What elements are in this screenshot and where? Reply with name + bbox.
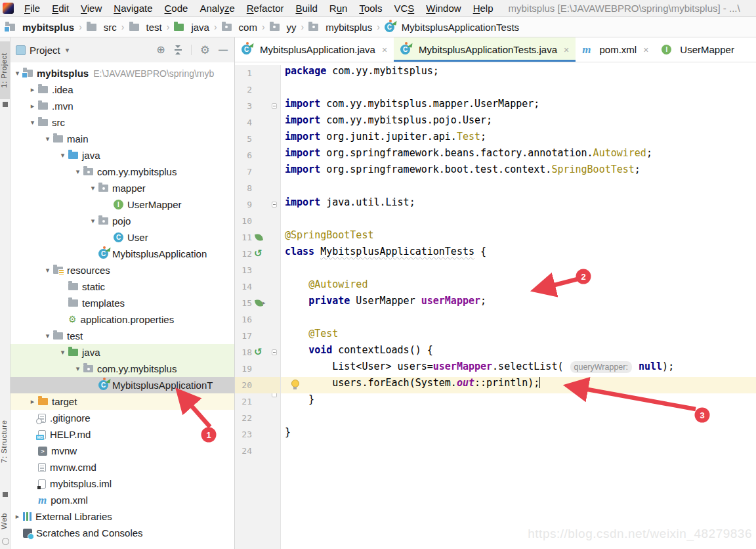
menu-tools[interactable]: Tools xyxy=(353,0,388,17)
tab-usermapper[interactable]: IUserMapper xyxy=(655,37,741,62)
hide-panel-button[interactable]: — xyxy=(219,45,228,55)
code-line-11[interactable]: 11@SpringBootTest xyxy=(235,229,756,246)
close-tab-icon[interactable]: × xyxy=(564,45,569,55)
tree-item-mybitsplus-iml[interactable]: mybitsplus.iml xyxy=(10,475,234,492)
spring-bean-icon[interactable]: ↺ xyxy=(254,344,262,361)
tree-item-mvnw[interactable]: >mvnw xyxy=(10,443,234,459)
tree-item-test[interactable]: ▾test xyxy=(10,328,234,344)
code-line-6[interactable]: 6import org.springframework.beans.factor… xyxy=(235,147,756,164)
tree-item-src[interactable]: ▾src xyxy=(10,114,234,131)
settings-gear-icon[interactable]: ⚙ xyxy=(200,45,210,56)
breadcrumb-src[interactable]: src xyxy=(87,22,117,33)
tab-pom-xml[interactable]: mpom.xml× xyxy=(576,37,655,62)
close-tab-icon[interactable]: × xyxy=(643,45,648,55)
menu-help[interactable]: Help xyxy=(467,0,499,17)
tree-twist-icon[interactable]: ▸ xyxy=(27,397,38,406)
tree-item-scratches-and-consoles[interactable]: Scratches and Consoles xyxy=(10,525,234,541)
code-area[interactable]: 1package com.yy.mybitsplus;23import com.… xyxy=(235,62,756,549)
menu-window[interactable]: Window xyxy=(420,0,467,17)
menu-analyze[interactable]: Analyze xyxy=(194,0,240,17)
locate-file-button[interactable]: ⊕ xyxy=(156,45,165,55)
tree-item-main[interactable]: ▾main xyxy=(10,131,234,147)
tree-item-target[interactable]: ▸target xyxy=(10,393,234,410)
code-line-20[interactable]: 20 users.forEach(System.out::println); xyxy=(235,377,756,393)
code-line-23[interactable]: 23} xyxy=(235,426,756,443)
tree-item-gitignore[interactable]: .gitignore xyxy=(10,410,234,426)
fold-marker[interactable] xyxy=(272,103,277,109)
tree-twist-icon[interactable]: ▾ xyxy=(87,184,98,192)
tool-stripe-icon[interactable] xyxy=(3,492,8,497)
tree-item-idea[interactable]: ▸.idea xyxy=(10,81,234,98)
breadcrumb-test[interactable]: test xyxy=(129,22,162,33)
breadcrumb-mybitsplus[interactable]: mybitsplus xyxy=(308,22,372,33)
breadcrumb-mybitsplus[interactable]: mybitsplus xyxy=(5,22,74,33)
close-tab-icon[interactable]: × xyxy=(382,45,387,55)
breadcrumb-java[interactable]: java xyxy=(174,22,209,33)
code-line-22[interactable]: 22 xyxy=(235,410,756,426)
tree-twist-icon[interactable]: ▾ xyxy=(87,217,98,225)
code-line-15[interactable]: 15 private UserMapper userMapper; xyxy=(235,295,756,311)
tree-twist-icon[interactable]: ▾ xyxy=(57,151,68,160)
tab-mybitsplusapplication-java[interactable]: CMybitsplusApplication.java× xyxy=(235,37,394,62)
code-line-14[interactable]: 14 @Autowired xyxy=(235,278,756,295)
tree-item-java[interactable]: ▾java xyxy=(10,344,234,361)
tree-item-application-properties[interactable]: ⚙application.properties xyxy=(10,311,234,328)
tree-item-java[interactable]: ▾java xyxy=(10,147,234,164)
fold-marker[interactable] xyxy=(272,349,277,355)
code-line-17[interactable]: 17 @Test xyxy=(235,328,756,344)
tree-item-com-yy-mybitsplus[interactable]: ▾com.yy.mybitsplus xyxy=(10,164,234,180)
code-line-4[interactable]: 4import com.yy.mybitsplus.pojo.User; xyxy=(235,114,756,131)
code-line-16[interactable]: 16 xyxy=(235,311,756,328)
spring-bean-icon[interactable]: ↺ xyxy=(254,246,262,262)
tree-twist-icon[interactable]: ▾ xyxy=(72,167,83,176)
tree-twist-icon[interactable]: ▾ xyxy=(42,266,53,274)
tree-item-pom-xml[interactable]: mpom.xml xyxy=(10,492,234,508)
tree-item-mapper[interactable]: ▾mapper xyxy=(10,180,234,196)
menu-view[interactable]: View xyxy=(75,0,108,17)
menu-vcs[interactable]: VCS xyxy=(388,0,420,17)
menu-code[interactable]: Code xyxy=(159,0,194,17)
tab-mybitsplusapplicationtests-java[interactable]: CMybitsplusApplicationTests.java× xyxy=(394,37,576,62)
spring-leaf-icon[interactable] xyxy=(255,233,263,242)
tree-item-pojo[interactable]: ▾pojo xyxy=(10,213,234,229)
code-line-21[interactable]: 21 } xyxy=(235,393,756,410)
tree-item-com-yy-mybitsplus[interactable]: ▾com.yy.mybitsplus xyxy=(10,361,234,377)
tree-item-mybitsplusapplication[interactable]: CMybitsplusApplication xyxy=(10,246,234,262)
tree-item-static[interactable]: static xyxy=(10,278,234,295)
tree-twist-icon[interactable]: ▾ xyxy=(72,364,83,373)
tool-button-project[interactable]: 1: Project xyxy=(0,41,10,99)
code-line-10[interactable]: 10 xyxy=(235,213,756,229)
code-line-13[interactable]: 13 xyxy=(235,262,756,278)
event-log-icon[interactable] xyxy=(2,538,9,545)
tree-twist-icon[interactable]: ▸ xyxy=(27,85,38,94)
tree-twist-icon[interactable]: ▾ xyxy=(42,332,53,340)
tree-item-templates[interactable]: templates xyxy=(10,295,234,311)
tree-item-mybitsplus[interactable]: ▾mybitsplusE:\JAVAWEBPRO\spring\myb xyxy=(10,65,234,81)
code-line-7[interactable]: 7import org.springframework.boot.test.co… xyxy=(235,164,756,180)
code-line-18[interactable]: 18↺ void contextLoads() { xyxy=(235,344,756,361)
tree-item-user[interactable]: CUser xyxy=(10,229,234,246)
project-view-selector[interactable]: Project ▾ xyxy=(16,45,69,56)
fold-marker[interactable] xyxy=(272,202,277,208)
tree-twist-icon[interactable]: ▸ xyxy=(12,512,23,521)
tree-item-mybitsplusapplicationt[interactable]: CMybitsplusApplicationT xyxy=(10,377,234,393)
tool-button-web[interactable]: Web xyxy=(0,508,10,535)
tool-button-structure[interactable]: 7: Structure xyxy=(0,397,10,485)
menu-navigate[interactable]: Navigate xyxy=(108,0,158,17)
menu-edit[interactable]: Edit xyxy=(46,0,75,17)
menu-file[interactable]: File xyxy=(18,0,46,17)
tree-item-external-libraries[interactable]: ▸External Libraries xyxy=(10,508,234,525)
collapse-all-button[interactable] xyxy=(174,45,182,55)
code-line-1[interactable]: 1package com.yy.mybitsplus; xyxy=(235,65,756,81)
tree-item-usermapper[interactable]: IUserMapper xyxy=(10,196,234,213)
code-line-19[interactable]: 19 List<User> users=userMapper.selectLis… xyxy=(235,361,756,377)
tree-twist-icon[interactable]: ▾ xyxy=(42,135,53,143)
tree-twist-icon[interactable]: ▾ xyxy=(27,118,38,127)
breadcrumb-mybitsplusapplicationtests[interactable]: CMybitsplusApplicationTests xyxy=(385,22,519,33)
breadcrumb-yy[interactable]: yy xyxy=(270,22,297,33)
tree-item-resources[interactable]: ▾resources xyxy=(10,262,234,278)
code-line-2[interactable]: 2 xyxy=(235,81,756,98)
code-line-9[interactable]: 9import java.util.List; xyxy=(235,196,756,213)
code-line-3[interactable]: 3import com.yy.mybitsplus.mapper.UserMap… xyxy=(235,98,756,114)
code-line-24[interactable]: 24 xyxy=(235,443,756,459)
